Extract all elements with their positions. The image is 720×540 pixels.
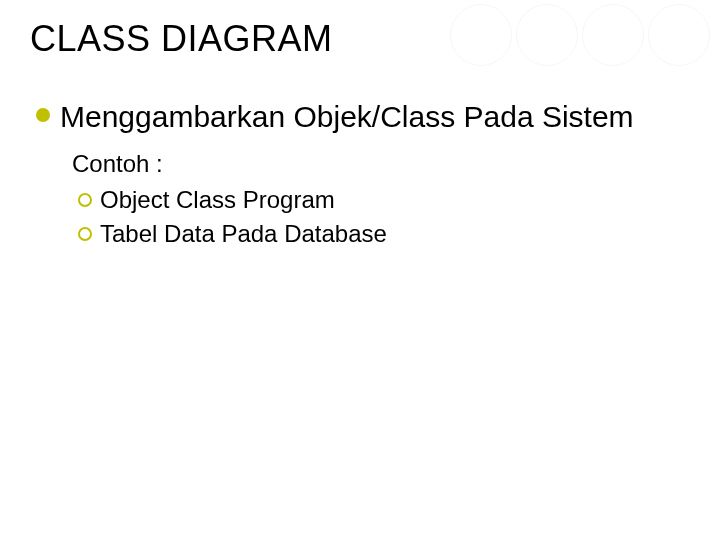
- decorative-circle: [648, 4, 710, 66]
- bullet-ring-icon: [78, 227, 92, 241]
- slide: CLASS DIAGRAM Menggambarkan Objek/Class …: [0, 0, 720, 540]
- bullet-level2: Object Class Program: [78, 186, 690, 214]
- decorative-circle: [516, 4, 578, 66]
- bullet-level2: Tabel Data Pada Database: [78, 220, 690, 248]
- bullet-level2-text: Tabel Data Pada Database: [100, 220, 387, 248]
- contoh-label: Contoh :: [72, 150, 690, 178]
- bullet-ring-icon: [78, 193, 92, 207]
- bullet-level2-text: Object Class Program: [100, 186, 335, 214]
- bullet-level1-text: Menggambarkan Objek/Class Pada Sistem: [60, 98, 634, 136]
- decorative-circles: [450, 4, 710, 66]
- decorative-circle: [582, 4, 644, 66]
- decorative-circle: [450, 4, 512, 66]
- bullet-level1: Menggambarkan Objek/Class Pada Sistem: [36, 98, 690, 136]
- bullet-disc-icon: [36, 108, 50, 122]
